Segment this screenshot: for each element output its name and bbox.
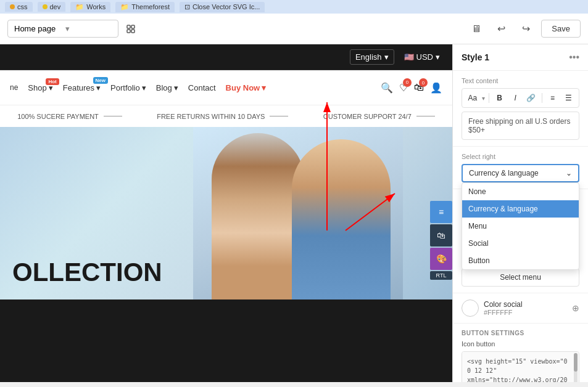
select-right-dropdown: None Currency & language Menu Social But… (462, 182, 579, 270)
nav-item-shop[interactable]: Hot Shop ▾ (28, 83, 52, 92)
nav-item-portfolio[interactable]: Portfolio ▾ (110, 83, 146, 92)
tab-css-label: css (17, 3, 28, 10)
format-toolbar: Aa ▾ B I 🔗 ≡ ☰ (462, 88, 579, 108)
panel-title: Style 1 (462, 52, 489, 62)
site-info-bar: 100% SUCERE PAYMENT FREE RETURNS WITHIN … (0, 105, 452, 127)
cursor-tool-btn[interactable] (123, 22, 138, 36)
option-button[interactable]: Button (462, 252, 579, 269)
select-right-section: Select right Currency & language ⌄ None … (453, 147, 588, 189)
right-panel: Style 1 ••• Text content Aa ▾ B I 🔗 ≡ ☰ … (452, 44, 588, 382)
italic-btn[interactable]: I (508, 91, 522, 105)
option-menu[interactable]: Menu (462, 218, 579, 235)
info-divider (104, 116, 122, 116)
chevron-down-icon: ▾ (482, 95, 485, 102)
color-label-wrap: Color social #FFFFFF (484, 300, 523, 316)
color-hex-value: #FFFFFF (484, 309, 523, 316)
hero-person-2 (292, 139, 391, 299)
svg-rect-2 (127, 30, 130, 33)
color-float-btn[interactable]: 🎨 (430, 248, 452, 270)
layers-float-btn[interactable]: ≡ (430, 201, 452, 223)
select-right-wrapper: Currency & language ⌄ None Currency & la… (462, 164, 579, 182)
tab-works[interactable]: 📁 Works (70, 2, 110, 12)
wishlist-count: 0 (403, 78, 412, 87)
site-nav: ne Hot Shop ▾ New Features ▾ Portfolio ▾… (0, 70, 452, 105)
tab-svg[interactable]: ⊡ Close Vector SVG Ic... (180, 2, 265, 12)
chevron-icon: ▾ (174, 83, 178, 92)
stack-icon[interactable]: ⊕ (572, 303, 579, 313)
cart-count: 0 (419, 78, 428, 87)
text-content-label: Text content (462, 77, 579, 84)
option-currency-language[interactable]: Currency & language (462, 200, 579, 218)
currency-chevron-icon: ▾ (436, 52, 440, 62)
monitor-icon-btn[interactable]: 🖥 (467, 20, 486, 38)
tab-css[interactable]: css (5, 2, 33, 12)
shopping-bag-icon: 🛍 (437, 230, 445, 240)
option-none[interactable]: None (462, 183, 579, 200)
color-social-label: Color social (484, 300, 523, 309)
text-content-section: Text content Aa ▾ B I 🔗 ≡ ☰ Free shippin… (453, 71, 588, 147)
info-returns: FREE RETURNS WITHIN 10 DAYS (157, 113, 288, 120)
nav-item-contact[interactable]: Contact (188, 83, 216, 92)
select-right-value: Currency & language (469, 169, 539, 177)
tab-dev[interactable]: dev (38, 2, 66, 12)
info-support: CUSTOMER SUPPORT 24/7 (323, 113, 435, 120)
nav-logo: ne (10, 83, 18, 92)
search-icon[interactable]: 🔍 (381, 82, 393, 94)
language-selector[interactable]: English ▾ (350, 49, 394, 65)
list-btn[interactable]: ☰ (561, 91, 575, 105)
color-preview[interactable] (462, 299, 479, 317)
tab-themeforest[interactable]: 📁 Themeforest (115, 2, 175, 12)
info-divider (416, 116, 435, 116)
language-chevron-icon: ▾ (384, 52, 389, 62)
tab-svg-label: Close Vector SVG Ic... (193, 3, 260, 10)
format-divider-2 (542, 93, 542, 103)
page-selector[interactable]: Home page ▾ (7, 20, 118, 38)
svg-rect-3 (131, 30, 135, 33)
option-social[interactable]: Social (462, 235, 579, 252)
editor-toolbar-right: 🖥 ↩ ↪ Save (467, 20, 581, 38)
select-menu-btn[interactable]: Select menu (462, 268, 579, 287)
color-social-section: Color social #FFFFFF ⊕ (453, 293, 588, 324)
select-right-display[interactable]: Currency & language ⌄ (462, 164, 579, 182)
chevron-down-icon: ▾ (65, 24, 112, 33)
cart-icon-wrap[interactable]: 🛍 0 (414, 82, 424, 93)
rtl-btn[interactable]: RTL (430, 271, 452, 280)
hero-person-1 (212, 133, 304, 299)
svg-rect-1 (131, 25, 135, 28)
browser-tabs: css dev 📁 Works 📁 Themeforest ⊡ Close Ve… (0, 0, 588, 14)
panel-more-btn[interactable]: ••• (569, 52, 579, 63)
user-icon[interactable]: 👤 (430, 82, 442, 94)
nav-icons: 🔍 ♡ 0 🛍 0 👤 (381, 82, 442, 94)
hot-badge: Hot (46, 78, 59, 85)
button-settings-title: BUTTON SETTINGS (462, 330, 579, 336)
redo-btn[interactable]: ↪ (516, 20, 535, 38)
cart-float-btn[interactable]: 🛍 (430, 224, 452, 246)
select-chevron-icon: ⌄ (566, 169, 572, 177)
link-btn[interactable]: 🔗 (524, 91, 538, 105)
scrollbar-thumb (574, 353, 578, 372)
svg-code-box[interactable]: <svg height="15" viewbox="0 0 12 12" xml… (462, 351, 579, 382)
svg-rect-0 (127, 25, 130, 28)
language-label: English (355, 52, 382, 62)
currency-selector[interactable]: 🇺🇸 USD ▾ (404, 52, 440, 62)
wishlist-icon-wrap[interactable]: ♡ 0 (399, 82, 408, 94)
site-header: English ▾ 🇺🇸 USD ▾ (0, 44, 452, 70)
text-content-box[interactable]: Free shipping on all U.S orders $50+ (462, 112, 579, 140)
nav-item-features[interactable]: New Features ▾ (63, 83, 101, 92)
save-button[interactable]: Save (541, 20, 581, 38)
align-btn[interactable]: ≡ (546, 91, 560, 105)
scrollbar[interactable] (574, 353, 578, 382)
chevron-icon: ▾ (262, 83, 266, 92)
font-size-btn[interactable]: Aa (466, 91, 479, 105)
icon-button-label: Icon button (462, 340, 579, 348)
tab-dev-label: dev (50, 3, 61, 10)
nav-item-blog[interactable]: Blog ▾ (156, 83, 178, 92)
currency-flag: 🇺🇸 (404, 52, 414, 62)
layers-icon: ≡ (439, 207, 444, 217)
undo-btn[interactable]: ↩ (492, 20, 510, 38)
svg-icon: ⊡ (184, 3, 190, 11)
nav-item-buynow[interactable]: Buy Now ▾ (226, 83, 267, 92)
chevron-icon: ▾ (96, 83, 101, 92)
bold-btn[interactable]: B (493, 91, 507, 105)
select-right-label: Select right (462, 153, 579, 160)
